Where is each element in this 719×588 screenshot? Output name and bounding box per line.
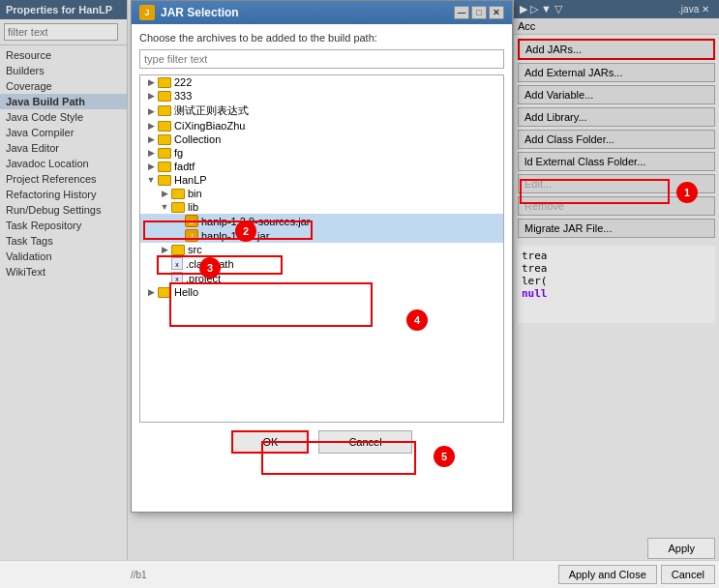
folder-icon: [158, 148, 171, 159]
tree-item-label: 222: [174, 76, 503, 88]
tree-item-label: fadtf: [174, 161, 503, 172]
tree-item-fadtf[interactable]: ▶fadtf: [140, 160, 503, 173]
tree-item-hanlp-1.2.9-sources.jar[interactable]: Jhanlp-1.2.9-sources.jar: [140, 214, 503, 228]
tree-item-hanlp[interactable]: ▼HanLP: [140, 173, 503, 187]
chevron-icon[interactable]: ▼: [158, 202, 171, 212]
file-icon: x: [171, 257, 183, 270]
tree-item-bin[interactable]: ▶bin: [140, 187, 503, 200]
dialog-icon: J: [139, 5, 155, 20]
tree-item-label: 测试正则表达式: [174, 103, 503, 118]
tree-item-label: Hello: [174, 286, 503, 298]
tree-item-label: HanLP: [174, 174, 503, 186]
chevron-icon[interactable]: ▶: [144, 287, 158, 297]
chevron-icon[interactable]: ▶: [144, 148, 158, 158]
bottom-path: //b1: [0, 570, 554, 580]
tree-item-label: CiXingBiaoZhu: [174, 120, 503, 132]
annotation-5: 5: [434, 446, 455, 467]
dialog-tree[interactable]: ▶222▶333▶测试正则表达式▶CiXingBiaoZhu▶Collectio…: [139, 74, 504, 423]
tree-item-label: fg: [174, 147, 503, 159]
tree-item-.classpath[interactable]: x.classpath: [140, 256, 503, 271]
folder-icon: [158, 134, 171, 145]
dialog-body: Choose the archives to be added to the b…: [132, 24, 512, 461]
dialog-titlebar: J JAR Selection — □ ✕: [132, 1, 512, 24]
tree-item-333[interactable]: ▶333: [140, 89, 503, 103]
maximize-button[interactable]: □: [471, 6, 487, 19]
jar-icon: J: [185, 215, 198, 227]
jar-selection-dialog: J JAR Selection — □ ✕ Choose the archive…: [131, 0, 513, 513]
dialog-title: JAR Selection: [161, 6, 239, 19]
chevron-icon[interactable]: ▶: [144, 134, 158, 144]
folder-icon: [171, 189, 185, 199]
file-icon: x: [171, 272, 183, 284]
tree-item-测试正则表达式[interactable]: ▶测试正则表达式: [140, 103, 503, 119]
jar-icon: J: [185, 229, 198, 242]
tree-item-fg[interactable]: ▶fg: [140, 146, 503, 160]
apply-button[interactable]: Apply: [647, 538, 715, 559]
tree-item-label: src: [188, 244, 503, 255]
folder-icon: [158, 162, 171, 172]
tree-item-label: .project: [186, 273, 503, 284]
folder-icon: [158, 105, 171, 116]
chevron-icon[interactable]: ▶: [158, 189, 171, 198]
bottom-bar: //b1 Apply and Close Cancel: [0, 560, 719, 588]
annotation-1: 1: [676, 182, 698, 203]
chevron-icon[interactable]: ▶: [158, 245, 171, 254]
chevron-icon[interactable]: ▶: [144, 77, 158, 87]
dialog-titlebar-left: J JAR Selection: [139, 5, 239, 20]
cancel-button[interactable]: Cancel: [318, 430, 411, 454]
tree-item-label: lib: [188, 201, 503, 213]
dialog-overlay: J JAR Selection — □ ✕ Choose the archive…: [0, 0, 719, 588]
chevron-icon[interactable]: ▶: [144, 121, 158, 131]
annotation-2: 2: [235, 220, 256, 242]
tree-item-hanlp-1.2.9.jar[interactable]: Jhanlp-1.2.9.jar: [140, 228, 503, 243]
close-button[interactable]: ✕: [489, 6, 504, 19]
chevron-icon[interactable]: ▶: [144, 162, 158, 171]
tree-item-hello[interactable]: ▶Hello: [140, 285, 503, 299]
dialog-description: Choose the archives to be added to the b…: [139, 32, 504, 44]
folder-icon: [158, 121, 171, 132]
tree-item-label: 333: [174, 90, 503, 102]
folder-icon: [171, 245, 185, 255]
tree-item-label: Collection: [174, 133, 503, 145]
dialog-window-controls: — □ ✕: [454, 6, 504, 19]
ok-button[interactable]: OK: [231, 430, 309, 454]
folder-icon: [158, 91, 171, 102]
dialog-filter-input[interactable]: [139, 49, 504, 69]
annotation-4: 4: [406, 309, 428, 331]
chevron-icon[interactable]: ▶: [144, 91, 158, 101]
folder-icon: [158, 287, 171, 298]
folder-icon: [158, 175, 171, 186]
tree-item-lib[interactable]: ▼lib: [140, 200, 503, 214]
tree-item-222[interactable]: ▶222: [140, 75, 503, 89]
minimize-button[interactable]: —: [454, 6, 469, 19]
apply-and-close-button[interactable]: Apply and Close: [558, 565, 657, 584]
folder-icon: [158, 77, 171, 88]
tree-item-.project[interactable]: x.project: [140, 271, 503, 285]
chevron-icon[interactable]: ▶: [144, 106, 158, 116]
tree-item-collection[interactable]: ▶Collection: [140, 132, 503, 146]
tree-item-label: bin: [188, 188, 503, 199]
folder-icon: [171, 202, 185, 213]
chevron-icon[interactable]: ▼: [144, 175, 158, 185]
tree-item-src[interactable]: ▶src: [140, 243, 503, 256]
bottom-cancel-button[interactable]: Cancel: [661, 565, 715, 584]
tree-item-cixingbiaozhu[interactable]: ▶CiXingBiaoZhu: [140, 119, 503, 132]
tree-item-label: .classpath: [186, 258, 503, 270]
annotation-3: 3: [199, 257, 221, 279]
